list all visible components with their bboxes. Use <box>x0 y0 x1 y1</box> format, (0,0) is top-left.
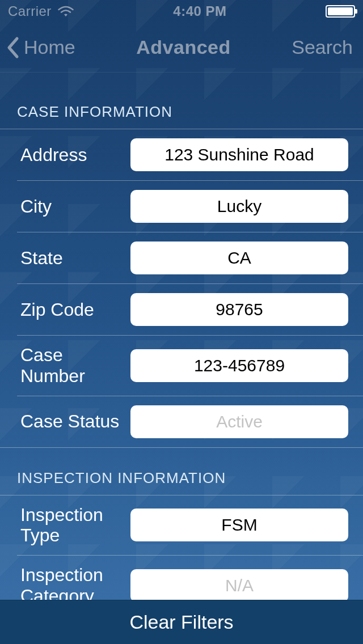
wifi-icon <box>57 5 74 18</box>
back-label: Home <box>24 36 75 58</box>
nav-bar: Home Advanced Search <box>0 23 363 73</box>
row-city: City Lucky <box>0 181 363 232</box>
input-state[interactable]: CA <box>130 242 348 274</box>
input-address[interactable]: 123 Sunshine Road <box>130 138 348 171</box>
clear-filters-label: Clear Filters <box>129 611 233 633</box>
row-case-status: Case Status Active <box>0 396 363 447</box>
input-city[interactable]: Lucky <box>130 190 348 223</box>
label-inspection-category: Inspection Category <box>20 565 121 600</box>
search-button[interactable]: Search <box>292 36 353 58</box>
label-address: Address <box>20 145 121 166</box>
carrier-label: Carrier <box>8 3 52 19</box>
input-inspection-category[interactable]: N/A <box>130 569 348 600</box>
row-zip: Zip Code 98765 <box>0 284 363 335</box>
row-inspection-category: Inspection Category N/A <box>0 556 363 600</box>
row-address: Address 123 Sunshine Road <box>0 129 363 180</box>
label-state: State <box>20 248 121 269</box>
clear-filters-button[interactable]: Clear Filters <box>0 600 363 644</box>
row-case-number: Case Number 123-456789 <box>0 336 363 396</box>
form-content: CASE INFORMATION Address 123 Sunshine Ro… <box>0 73 363 600</box>
row-state: State CA <box>0 232 363 283</box>
battery-icon <box>326 5 355 18</box>
input-case-status[interactable]: Active <box>130 405 348 438</box>
label-zip: Zip Code <box>20 299 121 320</box>
label-case-status: Case Status <box>20 411 121 432</box>
chevron-left-icon <box>5 35 22 60</box>
input-case-number[interactable]: 123-456789 <box>130 349 348 382</box>
back-button[interactable]: Home <box>5 35 75 60</box>
section-header-inspection: INSPECTION INFORMATION <box>0 448 363 495</box>
row-inspection-type: Inspection Type FSM <box>0 495 363 556</box>
input-zip[interactable]: 98765 <box>130 293 348 326</box>
page-title: Advanced <box>136 36 231 58</box>
label-city: City <box>20 196 121 217</box>
input-inspection-type[interactable]: FSM <box>130 509 348 541</box>
section-header-case: CASE INFORMATION <box>0 73 363 129</box>
label-case-number: Case Number <box>20 345 121 387</box>
status-bar: Carrier 4:40 PM <box>0 0 363 23</box>
clock-label: 4:40 PM <box>173 3 226 19</box>
label-inspection-type: Inspection Type <box>20 505 121 546</box>
